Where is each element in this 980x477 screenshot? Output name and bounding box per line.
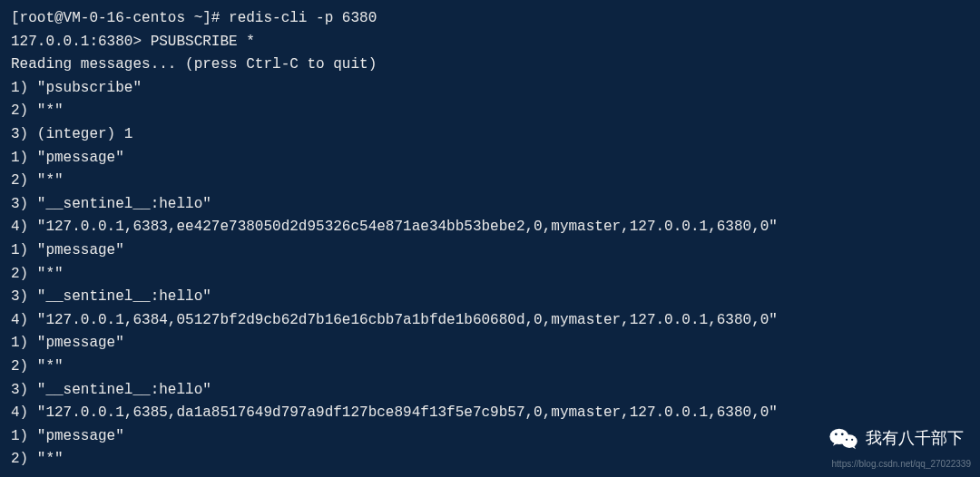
output-line: 1) "pmessage": [11, 425, 969, 449]
output-line: 2) "*": [11, 355, 969, 379]
output-line: 4) "127.0.0.1,6384,05127bf2d9cb62d7b16e1…: [11, 309, 969, 333]
output-line: 3) "__sentinel__:hello": [11, 379, 969, 403]
output-line: 1) "pmessage": [11, 239, 969, 263]
svg-point-3: [841, 433, 844, 435]
output-line: 2) "*": [11, 100, 969, 123]
output-line: 2) "*": [11, 448, 969, 472]
output-line: 1) "pmessage": [11, 332, 969, 355]
terminal-output: [root@VM-0-16-centos ~]# redis-cli -p 63…: [11, 7, 969, 472]
svg-point-2: [835, 433, 838, 435]
output-line: 1) "psubscribe": [11, 77, 969, 101]
output-line: 2) "*": [11, 263, 969, 287]
output-line: 3) "__sentinel__:hello": [11, 193, 969, 217]
blog-url: https://blog.csdn.net/qq_27022339: [832, 457, 971, 472]
redis-prompt-line: 127.0.0.1:6380> PSUBSCRIBE *: [11, 31, 969, 54]
shell-prompt-line: [root@VM-0-16-centos ~]# redis-cli -p 63…: [11, 7, 969, 31]
svg-point-5: [851, 438, 853, 440]
reading-messages-line: Reading messages... (press Ctrl-C to qui…: [11, 54, 969, 77]
output-line: 3) "__sentinel__:hello": [11, 286, 969, 309]
output-line: 4) "127.0.0.1,6385,da1a8517649d797a9df12…: [11, 402, 969, 425]
watermark: 我有八千部下: [829, 425, 964, 452]
wechat-icon: [829, 427, 858, 451]
output-line: 4) "127.0.0.1,6383,ee427e738050d2d95326c…: [11, 216, 969, 239]
svg-point-4: [846, 438, 848, 440]
watermark-text: 我有八千部下: [866, 425, 964, 452]
output-line: 1) "pmessage": [11, 147, 969, 170]
svg-point-1: [841, 434, 857, 448]
output-line: 2) "*": [11, 170, 969, 193]
output-line: 3) (integer) 1: [11, 123, 969, 147]
